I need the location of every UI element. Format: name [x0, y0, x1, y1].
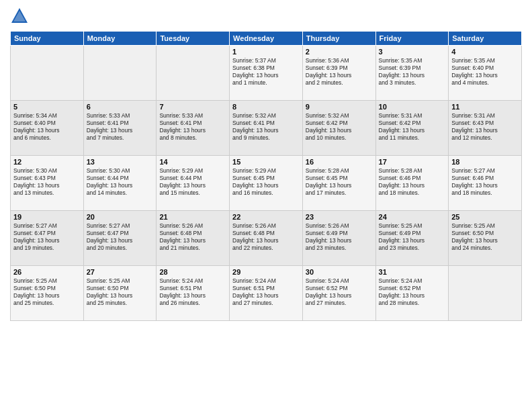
calendar-cell: 12Sunrise: 5:30 AM Sunset: 6:43 PM Dayli… — [11, 156, 84, 211]
day-number: 25 — [451, 213, 519, 221]
weekday-header: Saturday — [449, 32, 522, 46]
cell-info: Sunrise: 5:26 AM Sunset: 6:49 PM Dayligh… — [306, 222, 373, 252]
calendar-cell: 18Sunrise: 5:27 AM Sunset: 6:46 PM Dayli… — [449, 156, 522, 211]
cell-info: Sunrise: 5:29 AM Sunset: 6:45 PM Dayligh… — [232, 167, 300, 197]
cell-info: Sunrise: 5:33 AM Sunset: 6:41 PM Dayligh… — [159, 112, 226, 142]
cell-info: Sunrise: 5:26 AM Sunset: 6:48 PM Dayligh… — [159, 222, 226, 252]
day-number: 21 — [159, 213, 226, 221]
cell-info: Sunrise: 5:35 AM Sunset: 6:39 PM Dayligh… — [379, 57, 446, 87]
calendar-cell: 29Sunrise: 5:24 AM Sunset: 6:51 PM Dayli… — [230, 266, 303, 321]
calendar-week: 19Sunrise: 5:27 AM Sunset: 6:47 PM Dayli… — [11, 211, 522, 266]
calendar-cell: 1Sunrise: 5:37 AM Sunset: 6:38 PM Daylig… — [230, 46, 303, 101]
day-number: 18 — [451, 158, 519, 166]
calendar-week: 26Sunrise: 5:25 AM Sunset: 6:50 PM Dayli… — [11, 266, 522, 321]
calendar-cell: 7Sunrise: 5:33 AM Sunset: 6:41 PM Daylig… — [157, 101, 230, 156]
cell-info: Sunrise: 5:36 AM Sunset: 6:39 PM Dayligh… — [306, 57, 373, 87]
weekday-header: Wednesday — [230, 32, 303, 46]
calendar-cell: 20Sunrise: 5:27 AM Sunset: 6:47 PM Dayli… — [83, 211, 157, 266]
calendar-cell: 28Sunrise: 5:24 AM Sunset: 6:51 PM Dayli… — [157, 266, 230, 321]
logo-icon — [10, 7, 29, 26]
day-number: 26 — [13, 268, 81, 276]
calendar-cell: 6Sunrise: 5:33 AM Sunset: 6:41 PM Daylig… — [83, 101, 157, 156]
calendar-week: 1Sunrise: 5:37 AM Sunset: 6:38 PM Daylig… — [11, 46, 522, 101]
cell-info: Sunrise: 5:24 AM Sunset: 6:51 PM Dayligh… — [159, 277, 226, 307]
cell-info: Sunrise: 5:27 AM Sunset: 6:47 PM Dayligh… — [87, 222, 154, 252]
day-number: 1 — [232, 48, 300, 56]
calendar-cell: 23Sunrise: 5:26 AM Sunset: 6:49 PM Dayli… — [302, 211, 375, 266]
calendar-body: 1Sunrise: 5:37 AM Sunset: 6:38 PM Daylig… — [11, 46, 522, 321]
day-number: 8 — [232, 103, 300, 111]
cell-info: Sunrise: 5:25 AM Sunset: 6:50 PM Dayligh… — [451, 222, 519, 252]
calendar-cell: 5Sunrise: 5:34 AM Sunset: 6:40 PM Daylig… — [11, 101, 84, 156]
weekday-row: SundayMondayTuesdayWednesdayThursdayFrid… — [11, 32, 522, 46]
calendar-cell: 10Sunrise: 5:31 AM Sunset: 6:42 PM Dayli… — [375, 101, 449, 156]
day-number: 5 — [13, 103, 81, 111]
cell-info: Sunrise: 5:32 AM Sunset: 6:41 PM Dayligh… — [232, 112, 300, 142]
calendar-cell: 14Sunrise: 5:29 AM Sunset: 6:44 PM Dayli… — [157, 156, 230, 211]
calendar: SundayMondayTuesdayWednesdayThursdayFrid… — [10, 31, 522, 321]
day-number: 12 — [13, 158, 81, 166]
day-number: 3 — [379, 48, 446, 56]
calendar-cell: 13Sunrise: 5:30 AM Sunset: 6:44 PM Dayli… — [83, 156, 157, 211]
calendar-week: 12Sunrise: 5:30 AM Sunset: 6:43 PM Dayli… — [11, 156, 522, 211]
cell-info: Sunrise: 5:33 AM Sunset: 6:41 PM Dayligh… — [87, 112, 154, 142]
weekday-header: Tuesday — [157, 32, 230, 46]
day-number: 28 — [159, 268, 226, 276]
day-number: 7 — [159, 103, 226, 111]
day-number: 17 — [379, 158, 446, 166]
calendar-week: 5Sunrise: 5:34 AM Sunset: 6:40 PM Daylig… — [11, 101, 522, 156]
calendar-cell: 17Sunrise: 5:28 AM Sunset: 6:46 PM Dayli… — [375, 156, 449, 211]
cell-info: Sunrise: 5:29 AM Sunset: 6:44 PM Dayligh… — [159, 167, 226, 197]
day-number: 10 — [379, 103, 446, 111]
cell-info: Sunrise: 5:26 AM Sunset: 6:48 PM Dayligh… — [232, 222, 300, 252]
calendar-cell: 11Sunrise: 5:31 AM Sunset: 6:43 PM Dayli… — [449, 101, 522, 156]
day-number: 15 — [232, 158, 300, 166]
weekday-header: Sunday — [11, 32, 84, 46]
day-number: 24 — [379, 213, 446, 221]
cell-info: Sunrise: 5:24 AM Sunset: 6:52 PM Dayligh… — [306, 277, 373, 307]
calendar-cell — [11, 46, 84, 101]
calendar-cell: 31Sunrise: 5:24 AM Sunset: 6:52 PM Dayli… — [375, 266, 449, 321]
calendar-cell: 27Sunrise: 5:25 AM Sunset: 6:50 PM Dayli… — [83, 266, 157, 321]
cell-info: Sunrise: 5:25 AM Sunset: 6:49 PM Dayligh… — [379, 222, 446, 252]
day-number: 11 — [451, 103, 519, 111]
weekday-header: Thursday — [302, 32, 375, 46]
cell-info: Sunrise: 5:30 AM Sunset: 6:43 PM Dayligh… — [13, 167, 81, 197]
day-number: 30 — [306, 268, 373, 276]
cell-info: Sunrise: 5:30 AM Sunset: 6:44 PM Dayligh… — [87, 167, 154, 197]
cell-info: Sunrise: 5:24 AM Sunset: 6:51 PM Dayligh… — [232, 277, 300, 307]
day-number: 22 — [232, 213, 300, 221]
calendar-cell: 8Sunrise: 5:32 AM Sunset: 6:41 PM Daylig… — [230, 101, 303, 156]
weekday-header: Monday — [83, 32, 157, 46]
cell-info: Sunrise: 5:25 AM Sunset: 6:50 PM Dayligh… — [87, 277, 154, 307]
calendar-cell: 19Sunrise: 5:27 AM Sunset: 6:47 PM Dayli… — [11, 211, 84, 266]
calendar-cell: 4Sunrise: 5:35 AM Sunset: 6:40 PM Daylig… — [449, 46, 522, 101]
day-number: 13 — [87, 158, 154, 166]
day-number: 4 — [451, 48, 519, 56]
cell-info: Sunrise: 5:24 AM Sunset: 6:52 PM Dayligh… — [379, 277, 446, 307]
day-number: 29 — [232, 268, 300, 276]
weekday-header: Friday — [375, 32, 449, 46]
day-number: 2 — [306, 48, 373, 56]
calendar-cell — [83, 46, 157, 101]
cell-info: Sunrise: 5:27 AM Sunset: 6:46 PM Dayligh… — [451, 167, 519, 197]
page: SundayMondayTuesdayWednesdayThursdayFrid… — [0, 0, 532, 411]
day-number: 16 — [306, 158, 373, 166]
calendar-header: SundayMondayTuesdayWednesdayThursdayFrid… — [11, 32, 522, 46]
day-number: 14 — [159, 158, 226, 166]
calendar-cell: 15Sunrise: 5:29 AM Sunset: 6:45 PM Dayli… — [230, 156, 303, 211]
header — [10, 7, 522, 26]
calendar-cell — [449, 266, 522, 321]
calendar-cell: 21Sunrise: 5:26 AM Sunset: 6:48 PM Dayli… — [157, 211, 230, 266]
calendar-cell: 16Sunrise: 5:28 AM Sunset: 6:45 PM Dayli… — [302, 156, 375, 211]
calendar-cell: 30Sunrise: 5:24 AM Sunset: 6:52 PM Dayli… — [302, 266, 375, 321]
calendar-cell: 26Sunrise: 5:25 AM Sunset: 6:50 PM Dayli… — [11, 266, 84, 321]
cell-info: Sunrise: 5:32 AM Sunset: 6:42 PM Dayligh… — [306, 112, 373, 142]
calendar-cell — [157, 46, 230, 101]
day-number: 31 — [379, 268, 446, 276]
cell-info: Sunrise: 5:31 AM Sunset: 6:43 PM Dayligh… — [451, 112, 519, 142]
cell-info: Sunrise: 5:25 AM Sunset: 6:50 PM Dayligh… — [13, 277, 81, 307]
day-number: 6 — [87, 103, 154, 111]
day-number: 27 — [87, 268, 154, 276]
cell-info: Sunrise: 5:28 AM Sunset: 6:45 PM Dayligh… — [306, 167, 373, 197]
